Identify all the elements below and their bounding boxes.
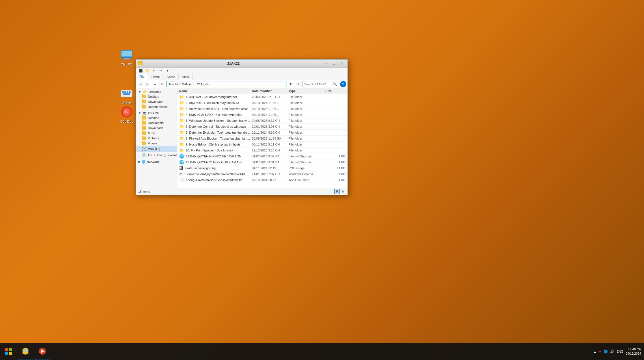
clock-date: 04/12/2024 xyxy=(626,352,641,356)
properties-quick-button[interactable]: ▼ xyxy=(165,68,170,73)
path-dropdown-button[interactable]: ▼ xyxy=(288,81,294,87)
desktop-icon-gococ[interactable]: G Gốc Độc xyxy=(115,105,138,123)
file-icon: 📁 xyxy=(179,136,184,141)
nav-label-desktop-fav: Desktop xyxy=(148,95,159,98)
forward-button[interactable]: ▶ xyxy=(144,81,151,87)
svg-rect-2 xyxy=(124,58,129,59)
table-row[interactable]: 📁 6. Defender Control - Tat diet virus w… xyxy=(177,124,347,130)
nav-item-desktop-fav[interactable]: Desktop xyxy=(136,94,177,99)
back-properties-button[interactable]: ⬛ xyxy=(138,68,143,73)
table-row[interactable]: 📁 8. Firewall App Blocker - Tuong lua ch… xyxy=(177,136,347,142)
folder-icon xyxy=(142,136,146,140)
nav-item-documents[interactable]: Documents xyxy=(136,120,177,125)
table-row[interactable]: 📁 3. Activation Scripts AIO - Kich hoat … xyxy=(177,106,347,112)
nav-item-desktop-pc[interactable]: Desktop xyxy=(136,115,177,120)
taskbar-tray: ▲ V 🌐 🔊 ENG 12:48 CH 04/12/2024 xyxy=(594,347,644,356)
new-folder-quick-button[interactable]: 📁 xyxy=(144,68,150,73)
nav-item-recent[interactable]: Recent places xyxy=(136,104,177,109)
table-row[interactable]: 📁 9. Hosts Editor - Chinh sua tap tin ho… xyxy=(177,142,347,148)
minimize-button[interactable]: ─ xyxy=(323,61,330,66)
file-icon: 📁 xyxy=(179,118,184,123)
dvd-icon: 💿 xyxy=(142,153,146,157)
nav-item-music[interactable]: Music xyxy=(136,131,177,136)
address-path[interactable]: This PC › WIN (C:) › 21AK22 › xyxy=(167,81,286,87)
table-row[interactable]: ⚙ Kiem-Tra-Ban-Quyen-Windows-Office-21AK… xyxy=(177,171,347,177)
taskbar-media-button[interactable] xyxy=(34,344,50,359)
thispc-section-icon: 💻 xyxy=(142,111,146,115)
search-input[interactable] xyxy=(304,83,332,86)
folder-icon xyxy=(142,131,146,135)
undo-button[interactable]: ↩ xyxy=(151,68,157,73)
table-row[interactable]: 📁 4. KMS VL ALL AIO - Kich hoat win offi… xyxy=(177,112,347,118)
file-icon: 🌐 xyxy=(179,154,184,159)
thispc-header[interactable]: ▼ 💻 This PC xyxy=(136,109,177,115)
refresh-button[interactable]: ⟳ xyxy=(159,81,165,87)
favorites-header[interactable]: ▼ ⭐ Favorites xyxy=(136,88,177,94)
desktop-icon-thispc[interactable]: This PC xyxy=(115,48,138,66)
favorites-expand-icon: ▼ xyxy=(138,90,141,94)
file-size: 1 KB xyxy=(325,161,345,164)
table-row[interactable]: 📁 7. Defender Exclusion Tool - Loai tru … xyxy=(177,130,347,136)
redo-button[interactable]: ↪ xyxy=(158,68,164,73)
network-header[interactable]: ▶ 🌐 Network xyxy=(136,158,177,164)
nav-item-downloads-fav[interactable]: Downloads xyxy=(136,99,177,104)
path-expand-button[interactable]: ⟳ xyxy=(295,81,301,87)
nav-item-pictures[interactable]: Pictures xyxy=(136,136,177,141)
nav-item-winc[interactable]: 💽 WIN (C:) xyxy=(136,146,177,152)
up-button[interactable]: ▲ xyxy=(152,81,158,87)
taskbar-explorer-button[interactable] xyxy=(18,344,33,359)
large-icons-view-button[interactable]: ⊞ xyxy=(340,189,345,194)
tab-home[interactable]: Home xyxy=(148,74,163,80)
tab-view[interactable]: View xyxy=(179,74,193,80)
svg-rect-19 xyxy=(9,348,12,351)
nav-item-dvd[interactable]: 💿 DVD Drive (E:) Win-8... xyxy=(136,152,177,158)
help-button[interactable]: ? xyxy=(340,81,346,87)
network-tray-icon: 🌐 xyxy=(604,350,608,354)
file-name: #1 BAN QUYEN HIENPC.NET CAM ON xyxy=(186,155,241,158)
file-date: 10/01/2023 3:08 CH xyxy=(252,125,289,128)
file-name: 8. Firewall App Blocker - Tuong lua chan… xyxy=(186,137,250,140)
col-name[interactable]: Name xyxy=(179,89,252,93)
start-button[interactable] xyxy=(0,343,17,360)
nav-item-downloads[interactable]: Downloads xyxy=(136,125,177,131)
table-row[interactable]: 📁 1. 3DP Net - Cai driver mang internet … xyxy=(177,94,347,100)
crumb-winc: WIN (C:) xyxy=(182,83,195,86)
table-row[interactable]: 🌐 #2 BAN QUYEN 21AK22.COM CAM ON 31/07/2… xyxy=(177,159,347,165)
col-size[interactable]: Size xyxy=(325,89,345,93)
nav-label-dvd: DVD Drive (E:) Win-8... xyxy=(148,153,177,157)
table-row[interactable]: 📁 2. AnyDesk - Dieu khien may tinh tu xa… xyxy=(177,100,347,106)
file-size: 7 KB xyxy=(325,172,345,176)
file-icon: 📁 xyxy=(179,101,184,105)
file-type: File folder xyxy=(289,149,325,152)
file-type: Internet Shortcut xyxy=(289,155,325,158)
close-button[interactable]: ✕ xyxy=(338,61,346,66)
col-date[interactable]: Date modified xyxy=(252,89,289,93)
tab-file[interactable]: File xyxy=(136,74,148,80)
table-row[interactable]: 🌐 #1 BAN QUYEN HIENPC.NET CAM ON 31/07/2… xyxy=(177,153,347,159)
file-icon: 📄 xyxy=(179,178,184,182)
language-indicator[interactable]: ENG xyxy=(617,350,623,353)
file-name: avatar-win-nologo.png xyxy=(185,166,216,170)
volume-icon[interactable]: 🔊 xyxy=(610,350,614,354)
tab-share[interactable]: Share xyxy=(163,74,179,80)
file-date: 02/12/2024 10:27 ... xyxy=(252,178,289,182)
file-date: 30/08/2023 11:59 SA xyxy=(252,137,289,140)
table-row[interactable]: 🖼 avatar-win-nologo.png 01/11/2021 12:19… xyxy=(177,165,347,171)
back-button[interactable]: ◀ xyxy=(137,81,143,87)
time-display[interactable]: 12:48 CH 04/12/2024 xyxy=(626,347,641,356)
folder-icon xyxy=(142,95,146,98)
content-area: ▼ ⭐ Favorites Desktop Downloads Recent p… xyxy=(136,88,347,188)
col-type[interactable]: Type xyxy=(289,89,325,93)
table-row[interactable]: 📁 10. Fix Print Spooler - Sua loi may in… xyxy=(177,148,347,153)
crumb-thispc: This PC xyxy=(168,83,180,86)
file-date: 29/11/2024 8:32 CH xyxy=(252,131,289,134)
table-row[interactable]: 📁 5. Windows Update Blocker - Tat cap nh… xyxy=(177,118,347,124)
table-row[interactable]: 📄 Thong-Tin-Phien-Ban-Ghost-Windows.txt … xyxy=(177,177,347,183)
maximize-button[interactable]: □ xyxy=(330,61,338,66)
taskbar: ▲ V 🌐 🔊 ENG 12:48 CH 04/12/2024 xyxy=(0,343,644,360)
desktop-icon-unikey[interactable]: UniKey xyxy=(115,86,138,105)
details-view-button[interactable]: ☰ xyxy=(334,189,340,194)
nav-item-videos[interactable]: Videos xyxy=(136,141,177,146)
file-name-cell: 📁 3. Activation Scripts AIO - Kich hoat … xyxy=(179,107,252,111)
tray-hide-button[interactable]: ▲ xyxy=(594,350,597,353)
